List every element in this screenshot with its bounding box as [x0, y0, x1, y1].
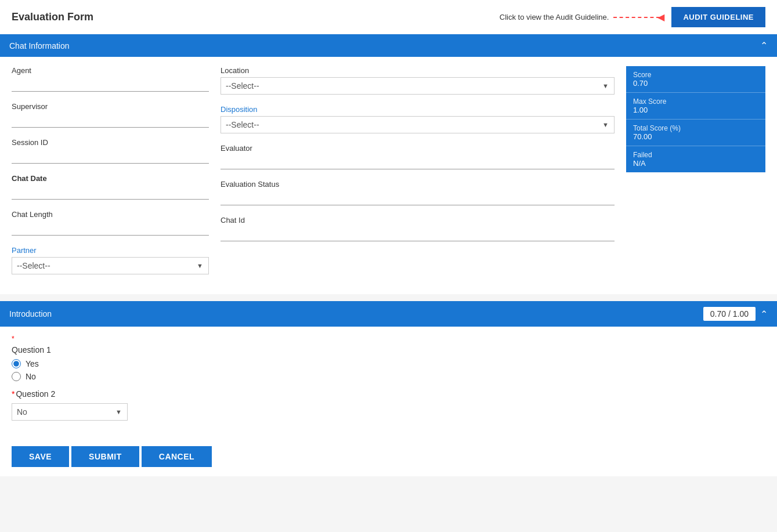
- question1-yes-label: Yes: [26, 359, 39, 368]
- middle-column: Location --Select-- Disposition --Select…: [221, 66, 615, 285]
- chat-date-field: Chat Date: [12, 174, 209, 200]
- save-button[interactable]: SAVE: [12, 446, 69, 467]
- page-title: Evaluation Form: [12, 11, 93, 23]
- supervisor-label: Supervisor: [12, 102, 209, 111]
- submit-button[interactable]: SUBMIT: [71, 446, 139, 467]
- failed-value: N/A: [633, 159, 758, 168]
- arrow-head-icon: ◀: [657, 12, 664, 23]
- score-label: Score: [633, 71, 758, 79]
- evaluator-input[interactable]: [221, 155, 615, 169]
- question1-radio-group: Yes No: [12, 359, 765, 381]
- location-select[interactable]: --Select--: [221, 77, 615, 95]
- chat-date-input[interactable]: [12, 185, 209, 200]
- partner-select-wrapper: --Select--: [12, 257, 209, 274]
- dotted-arrow: ◀: [613, 12, 664, 23]
- total-score-label: Total Score (%): [633, 124, 758, 132]
- partner-select[interactable]: --Select--: [12, 257, 209, 274]
- partner-label: Partner: [12, 246, 209, 255]
- score-value: 0.70: [633, 79, 758, 88]
- header-right: Click to view the Audit Guideline. ◀ AUD…: [500, 7, 765, 27]
- supervisor-input[interactable]: [12, 113, 209, 128]
- question1-yes-option[interactable]: Yes: [12, 359, 765, 368]
- question2-label: Question 2: [12, 389, 765, 399]
- chat-length-field: Chat Length: [12, 210, 209, 236]
- introduction-title: Introduction: [9, 309, 52, 319]
- question1-label: Question 1: [12, 345, 765, 354]
- question2-group: Question 2 No Yes: [12, 389, 765, 421]
- score-row: Score 0.70: [626, 66, 765, 93]
- intro-score-display: 0.70 / 1.00 ⌃: [703, 307, 768, 321]
- session-id-label: Session ID: [12, 138, 209, 147]
- question2-select-wrapper: No Yes: [12, 403, 128, 421]
- question2-select[interactable]: No Yes: [12, 403, 128, 421]
- location-select-wrapper: --Select--: [221, 77, 615, 95]
- evaluation-status-input[interactable]: [221, 191, 615, 205]
- chat-length-input[interactable]: [12, 221, 209, 236]
- page-header: Evaluation Form Click to view the Audit …: [0, 0, 777, 34]
- chat-info-title: Chat Information: [9, 41, 70, 50]
- introduction-header: Introduction 0.70 / 1.00 ⌃: [0, 301, 777, 327]
- chat-info-header: Chat Information ⌃: [0, 34, 777, 57]
- total-score-row: Total Score (%) 70.00: [626, 120, 765, 146]
- left-column: Agent Supervisor Session ID Chat Date Ch: [12, 66, 209, 285]
- chat-id-label: Chat Id: [221, 216, 615, 225]
- session-id-field: Session ID: [12, 138, 209, 164]
- required-star: *: [12, 335, 15, 343]
- total-score-value: 70.00: [633, 132, 758, 141]
- chat-id-input[interactable]: [221, 227, 615, 241]
- agent-field: Agent: [12, 66, 209, 92]
- max-score-label: Max Score: [633, 97, 758, 106]
- max-score-row: Max Score 1.00: [626, 93, 765, 120]
- footer-buttons: SAVE SUBMIT CANCEL: [0, 437, 777, 476]
- supervisor-field: Supervisor: [12, 102, 209, 128]
- partner-field: Partner --Select--: [12, 246, 209, 274]
- intro-collapse-icon[interactable]: ⌃: [760, 309, 768, 320]
- audit-hint-text: Click to view the Audit Guideline.: [500, 13, 609, 21]
- collapse-icon[interactable]: ⌃: [760, 40, 768, 51]
- failed-row: Failed N/A: [626, 146, 765, 172]
- score-card-inner: Score 0.70 Max Score 1.00 Total Score (%…: [626, 66, 765, 172]
- evaluation-status-field: Evaluation Status: [221, 180, 615, 205]
- agent-label: Agent: [12, 66, 209, 75]
- session-id-input[interactable]: [12, 149, 209, 164]
- disposition-select[interactable]: --Select--: [221, 116, 615, 133]
- chat-length-label: Chat Length: [12, 210, 209, 219]
- introduction-section: Introduction 0.70 / 1.00 ⌃ * Question 1 …: [0, 301, 777, 437]
- score-card: Score 0.70 Max Score 1.00 Total Score (%…: [626, 66, 765, 285]
- required-indicator: *: [12, 334, 765, 343]
- chat-info-body: Agent Supervisor Session ID Chat Date Ch: [0, 57, 777, 294]
- cancel-button[interactable]: CANCEL: [142, 446, 212, 467]
- audit-guideline-button[interactable]: AUDIT GUIDELINE: [671, 7, 765, 27]
- failed-label: Failed: [633, 151, 758, 159]
- disposition-field: Disposition --Select--: [221, 105, 615, 133]
- disposition-select-wrapper: --Select--: [221, 116, 615, 133]
- intro-score-value: 0.70 / 1.00: [703, 307, 756, 321]
- max-score-value: 1.00: [633, 106, 758, 114]
- audit-hint: Click to view the Audit Guideline. ◀: [500, 12, 665, 23]
- introduction-body: * Question 1 Yes No Question 2 N: [0, 327, 777, 437]
- evaluator-label: Evaluator: [221, 144, 615, 153]
- chat-id-field: Chat Id: [221, 216, 615, 241]
- location-field: Location --Select--: [221, 66, 615, 95]
- evaluator-field: Evaluator: [221, 144, 615, 169]
- question1-no-radio[interactable]: [12, 372, 21, 381]
- dotted-line: [613, 17, 660, 18]
- chat-info-section: Chat Information ⌃ Agent Supervisor Sess…: [0, 34, 777, 294]
- chat-date-label: Chat Date: [12, 174, 209, 183]
- disposition-label: Disposition: [221, 105, 615, 114]
- question1-no-label: No: [26, 372, 36, 381]
- question1-yes-radio[interactable]: [12, 359, 21, 368]
- question1-no-option[interactable]: No: [12, 372, 765, 381]
- evaluation-status-label: Evaluation Status: [221, 180, 615, 189]
- location-label: Location: [221, 66, 615, 75]
- agent-input[interactable]: [12, 77, 209, 92]
